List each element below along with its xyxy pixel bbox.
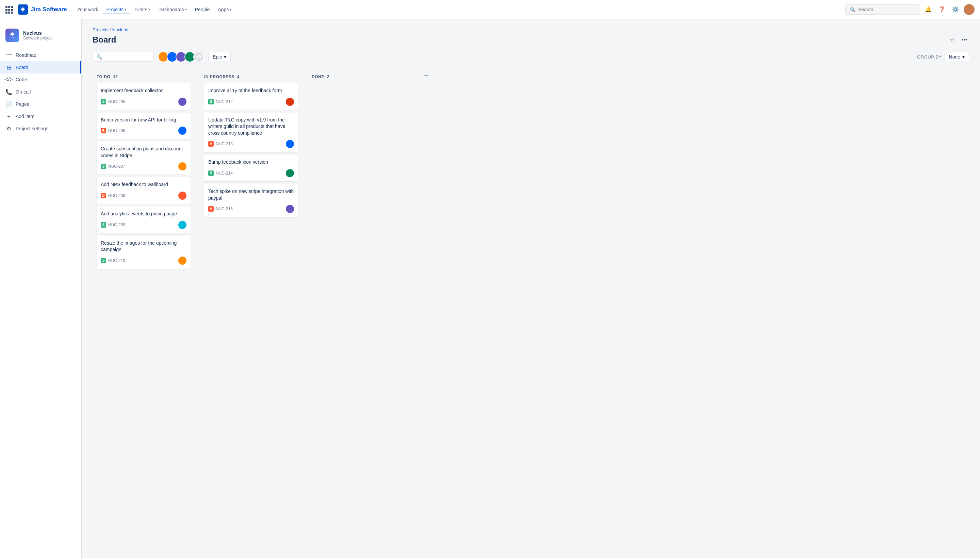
epic-filter-button[interactable]: Epic ▾: [208, 52, 231, 62]
card-footer: B NUC-213: [208, 140, 294, 148]
star-button[interactable]: ☆: [947, 35, 957, 44]
sidebar-item-code[interactable]: </> Code: [0, 74, 81, 86]
sidebar-item-label: Add item: [16, 114, 34, 119]
sidebar-item-add-item[interactable]: ＋ Add item: [0, 110, 81, 123]
search-icon: 🔍: [96, 54, 102, 59]
card-NUC-208[interactable]: Add NPS feedback to wallboard B NUC-208: [97, 177, 190, 204]
card-meta: S NUC-214: [208, 171, 233, 176]
search-input[interactable]: [858, 7, 916, 12]
column-inprogress: IN PROGRESS 4 Improve a11y of the feedba…: [200, 71, 302, 224]
card-meta: B NUC-208: [101, 193, 125, 199]
assignee-filter: +3: [158, 51, 204, 62]
sidebar: Nucleus Software project 〰 Roadmap ⊞ Boa…: [0, 19, 82, 558]
card-NUC-215[interactable]: Tech spike on new stripe integration wit…: [204, 184, 298, 217]
sidebar-item-label: Roadmap: [16, 53, 36, 58]
issue-type-story: S: [101, 99, 106, 105]
logo[interactable]: Jira Software: [18, 5, 67, 15]
card-footer: S NUC-212: [208, 98, 294, 106]
sidebar-item-pages[interactable]: 📄 Pages: [0, 98, 81, 110]
card-footer: S NUC-205: [101, 98, 187, 106]
card-meta: B NUC-206: [101, 128, 125, 133]
nav-dashboards[interactable]: Dashboards ▾: [155, 5, 190, 14]
settings-icon: ⚙: [5, 125, 12, 132]
card-NUC-205[interactable]: Implement feedback collector S NUC-205: [97, 84, 190, 110]
project-info: Nucleus Software project: [23, 30, 53, 41]
column-todo-title: TO DO: [97, 74, 110, 79]
card-title: Create subscription plans and discount c…: [101, 146, 187, 159]
nav-right-section: 🔍 🔔 ❓ ⚙️: [845, 4, 975, 15]
card-footer: B NUC-215: [208, 205, 294, 213]
sidebar-item-roadmap[interactable]: 〰 Roadmap: [0, 49, 81, 61]
card-NUC-207[interactable]: Create subscription plans and discount c…: [97, 141, 190, 174]
chevron-down-icon: ▾: [185, 8, 187, 11]
chevron-down-icon: ▾: [125, 8, 126, 11]
groupby-value: None: [949, 54, 960, 59]
nav-filters[interactable]: Filters ▾: [131, 5, 153, 14]
column-inprogress-title: IN PROGRESS: [204, 74, 235, 79]
card-meta: S NUC-205: [101, 99, 125, 105]
card-title: Bump version for new API for billing: [101, 117, 187, 123]
nav-projects[interactable]: Projects ▾: [103, 5, 130, 14]
settings-button[interactable]: ⚙️: [950, 4, 961, 15]
sidebar-item-board[interactable]: ⊞ Board: [0, 61, 81, 74]
board-icon: ⊞: [5, 64, 12, 71]
groupby-select[interactable]: None ▾: [945, 52, 969, 62]
card-title: Improve a11y of the feedback form: [208, 87, 294, 94]
card-assignee-avatar: [286, 140, 294, 148]
issue-type-story: S: [208, 99, 214, 105]
issue-type-bug: B: [208, 206, 214, 212]
sidebar-item-label: Board: [16, 65, 28, 70]
board-toolbar: 🔍 +3 Epic ▾ GROUP BY None ▾: [92, 51, 969, 62]
card-NUC-206[interactable]: Bump version for new API for billing B N…: [97, 113, 190, 139]
card-NUC-212[interactable]: Improve a11y of the feedback form S NUC-…: [204, 84, 298, 110]
add-column-button[interactable]: +: [420, 71, 432, 81]
breadcrumb: Projects / Nucleus: [92, 27, 969, 32]
card-footer: B NUC-208: [101, 192, 187, 200]
sidebar-item-oncall[interactable]: 📞 On-call: [0, 86, 81, 98]
svg-point-1: [11, 35, 13, 36]
card-NUC-213[interactable]: Update T&C copy with v1.9 from the write…: [204, 113, 298, 153]
issue-type-bug: B: [208, 141, 214, 147]
breadcrumb-projects[interactable]: Projects: [92, 27, 108, 32]
breadcrumb-nucleus[interactable]: Nucleus: [112, 27, 128, 32]
board-search-box[interactable]: 🔍: [92, 52, 154, 62]
notifications-button[interactable]: 🔔: [923, 4, 934, 15]
card-assignee-avatar: [286, 169, 294, 177]
project-name: Nucleus: [23, 30, 53, 36]
avatar-filter-extra[interactable]: +3: [193, 51, 204, 62]
issue-id: NUC-207: [108, 164, 125, 169]
board-actions: ☆ •••: [947, 35, 969, 44]
user-avatar[interactable]: [964, 4, 975, 15]
add-item-icon: ＋: [5, 113, 12, 120]
chevron-down-icon: ▾: [962, 54, 965, 59]
card-meta: B NUC-215: [208, 206, 233, 212]
apps-grid-icon[interactable]: [5, 6, 12, 13]
nav-people[interactable]: People: [192, 5, 213, 14]
card-footer: S NUC-214: [208, 169, 294, 177]
card-NUC-209[interactable]: Add analytics events to pricing page S N…: [97, 207, 190, 233]
nav-links: Your work Projects ▾ Filters ▾ Dashboard…: [74, 5, 235, 14]
project-header[interactable]: Nucleus Software project: [0, 25, 81, 49]
more-options-button[interactable]: •••: [960, 35, 969, 44]
board-search-input[interactable]: [104, 54, 150, 59]
card-assignee-avatar: [178, 221, 187, 229]
card-NUC-210[interactable]: Resize the images for the upcoming campa…: [97, 236, 190, 269]
column-done-count: 2: [327, 74, 329, 79]
nav-your-work[interactable]: Your work: [74, 5, 102, 14]
issue-id: NUC-215: [216, 207, 233, 211]
card-NUC-214[interactable]: Bump fedeback icon version S NUC-214: [204, 155, 298, 181]
issue-id: NUC-210: [108, 258, 125, 263]
card-assignee-avatar: [286, 98, 294, 106]
epic-label: Epic: [213, 54, 222, 59]
column-done-title: DONE: [312, 74, 324, 79]
sidebar-item-project-settings[interactable]: ⚙ Project settings: [0, 123, 81, 135]
issue-type-bug: B: [101, 193, 106, 199]
card-title: Implement feedback collector: [101, 87, 187, 94]
card-assignee-avatar: [178, 256, 187, 265]
top-navigation: Jira Software Your work Projects ▾ Filte…: [0, 0, 980, 19]
nav-apps[interactable]: Apps ▾: [214, 5, 235, 14]
code-icon: </>: [5, 76, 12, 83]
help-button[interactable]: ❓: [936, 4, 947, 15]
chevron-down-icon: ▾: [224, 54, 226, 59]
global-search-box[interactable]: 🔍: [845, 5, 920, 15]
